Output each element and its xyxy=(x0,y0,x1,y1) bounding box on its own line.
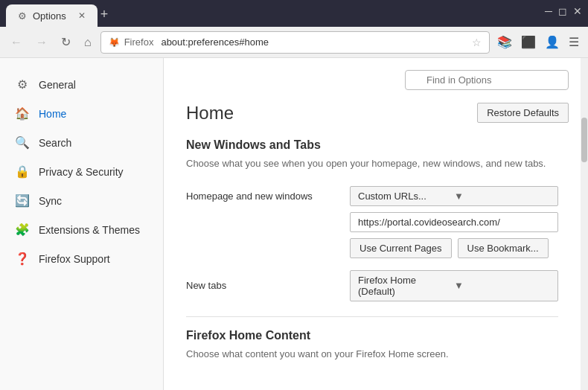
minimize-button[interactable]: ─ xyxy=(545,5,552,17)
new-tabs-label: New tabs xyxy=(186,280,335,291)
sidebar: ⚙ General 🏠 Home 🔍 Search 🔒 Privacy & Se… xyxy=(0,58,164,390)
main-content: ⚙ General 🏠 Home 🔍 Search 🔒 Privacy & Se… xyxy=(0,58,588,390)
window-controls: ─ ◻ ✕ xyxy=(545,5,582,17)
navigation-bar: ← → ↻ ⌂ 🦊 Firefox about:preferences#home… xyxy=(0,27,588,58)
new-tabs-row: New tabs Firefox Home (Default) ▼ xyxy=(186,270,558,301)
sidebar-label-support: Firefox Support xyxy=(39,253,110,265)
tab-bar: ⚙ Options ✕ + xyxy=(6,0,108,27)
tab-title: Options xyxy=(33,10,66,22)
library-button[interactable]: 📚 xyxy=(494,32,515,52)
account-button[interactable]: 👤 xyxy=(542,32,563,52)
sidebar-item-general[interactable]: ⚙ General xyxy=(0,70,163,99)
content-area: 🔍 Home Restore Defaults New Windows and … xyxy=(164,58,581,390)
tab-close-button[interactable]: ✕ xyxy=(78,10,86,21)
homepage-url-input[interactable] xyxy=(350,212,558,232)
use-bookmark-button[interactable]: Use Bookmark... xyxy=(458,238,549,258)
sidebar-item-support[interactable]: ❓ Firefox Support xyxy=(0,244,163,273)
new-tabs-dropdown[interactable]: Firefox Home (Default) ▼ xyxy=(350,270,558,301)
scrollbar[interactable] xyxy=(581,58,588,390)
sidebar-toggle-button[interactable]: ⬛ xyxy=(518,32,539,52)
homepage-controls: Custom URLs... ▼ Use Current Pages Use B… xyxy=(350,186,558,258)
section1-desc: Choose what you see when you open your h… xyxy=(186,156,558,171)
browser-window: ⚙ Options ✕ + ─ ◻ ✕ ← → ↻ ⌂ 🦊 Firefox ab… xyxy=(0,0,588,390)
maximize-button[interactable]: ◻ xyxy=(558,5,567,17)
help-icon: ❓ xyxy=(15,252,30,266)
home-button[interactable]: ⌂ xyxy=(80,33,96,52)
sidebar-item-privacy[interactable]: 🔒 Privacy & Security xyxy=(0,157,163,186)
sidebar-item-extensions[interactable]: 🧩 Extensions & Themes xyxy=(0,215,163,244)
homepage-label: Homepage and new windows xyxy=(186,186,335,202)
section2-desc: Choose what content you want on your Fir… xyxy=(186,347,558,362)
new-tabs-dropdown-arrow-icon: ▼ xyxy=(454,280,550,291)
search-icon: 🔍 xyxy=(15,135,30,150)
puzzle-icon: 🧩 xyxy=(15,223,30,237)
home-icon: 🏠 xyxy=(15,106,30,121)
sidebar-item-search[interactable]: 🔍 Search xyxy=(0,128,163,157)
sidebar-label-privacy: Privacy & Security xyxy=(39,166,124,178)
back-button[interactable]: ← xyxy=(6,33,27,52)
firefox-logo-icon: 🦊 xyxy=(109,37,120,48)
use-current-pages-button[interactable]: Use Current Pages xyxy=(350,238,452,258)
find-bar: 🔍 xyxy=(405,70,569,90)
sidebar-label-sync: Sync xyxy=(39,195,62,207)
sidebar-label-extensions: Extensions & Themes xyxy=(39,224,140,236)
bookmark-star-icon[interactable]: ☆ xyxy=(472,36,482,48)
action-buttons: Use Current Pages Use Bookmark... xyxy=(350,238,558,258)
address-text: about:preferences#home xyxy=(161,36,467,48)
close-button[interactable]: ✕ xyxy=(573,5,582,17)
scrollbar-thumb[interactable] xyxy=(581,118,587,162)
homepage-field-row: Homepage and new windows Custom URLs... … xyxy=(186,186,558,258)
forward-button[interactable]: → xyxy=(31,33,52,52)
homepage-dropdown[interactable]: Custom URLs... ▼ xyxy=(350,186,558,206)
new-tab-button[interactable]: + xyxy=(100,7,109,22)
restore-defaults-button[interactable]: Restore Defaults xyxy=(477,103,569,123)
menu-button[interactable]: ☰ xyxy=(566,32,582,52)
find-input[interactable] xyxy=(405,70,569,90)
sidebar-label-general: General xyxy=(39,79,76,91)
address-source-label: Firefox xyxy=(124,36,154,48)
section2-title: Firefox Home Content xyxy=(186,329,558,342)
homepage-dropdown-value: Custom URLs... xyxy=(358,191,454,202)
find-wrapper: 🔍 xyxy=(405,70,569,90)
tab-options-icon: ⚙ xyxy=(18,10,27,22)
new-tabs-dropdown-value: Firefox Home (Default) xyxy=(358,275,454,297)
nav-icons: 📚 ⬛ 👤 ☰ xyxy=(494,32,582,52)
dropdown-arrow-icon: ▼ xyxy=(454,191,550,202)
sidebar-label-home: Home xyxy=(39,108,66,120)
section1-title: New Windows and Tabs xyxy=(186,138,558,152)
section-divider xyxy=(186,316,558,317)
sidebar-label-search: Search xyxy=(39,137,71,149)
title-bar: ⚙ Options ✕ + ─ ◻ ✕ xyxy=(0,0,588,27)
lock-icon: 🔒 xyxy=(15,164,30,179)
sidebar-item-sync[interactable]: 🔄 Sync xyxy=(0,186,163,215)
general-icon: ⚙ xyxy=(15,77,30,92)
refresh-button[interactable]: ↻ xyxy=(57,32,75,52)
address-bar[interactable]: 🦊 Firefox about:preferences#home ☆ xyxy=(100,31,490,54)
sync-icon: 🔄 xyxy=(15,194,30,208)
sidebar-item-home[interactable]: 🏠 Home xyxy=(0,99,163,128)
active-tab[interactable]: ⚙ Options ✕ xyxy=(6,4,98,27)
